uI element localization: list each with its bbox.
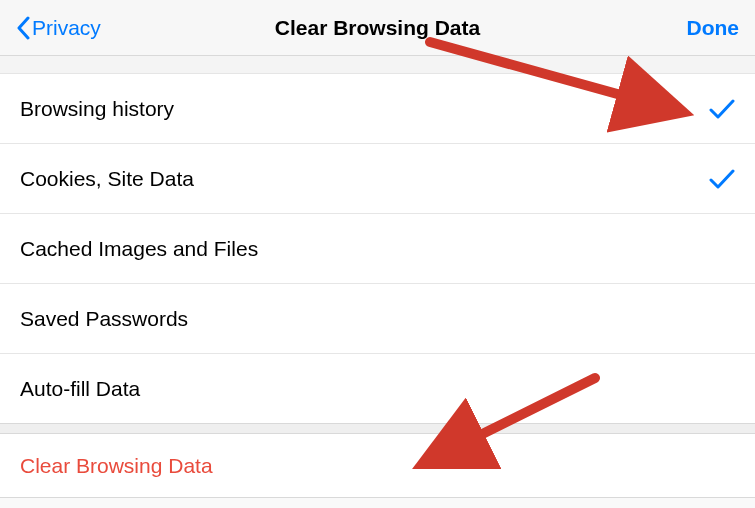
done-button[interactable]: Done [687, 16, 740, 40]
option-saved-passwords[interactable]: Saved Passwords [0, 284, 755, 354]
option-label: Auto-fill Data [20, 377, 140, 401]
back-label: Privacy [32, 16, 101, 40]
option-label: Browsing history [20, 97, 174, 121]
option-cookies[interactable]: Cookies, Site Data [0, 144, 755, 214]
checkmark-icon [709, 98, 735, 120]
option-label: Cookies, Site Data [20, 167, 194, 191]
option-label: Cached Images and Files [20, 237, 258, 261]
option-label: Saved Passwords [20, 307, 188, 331]
option-autofill[interactable]: Auto-fill Data [0, 354, 755, 424]
options-list: Browsing history Cookies, Site Data Cach… [0, 74, 755, 424]
option-browsing-history[interactable]: Browsing history [0, 74, 755, 144]
clear-browsing-data-button[interactable]: Clear Browsing Data [0, 434, 755, 498]
section-spacer [0, 56, 755, 74]
nav-header: Privacy Clear Browsing Data Done [0, 0, 755, 56]
checkmark-icon [709, 168, 735, 190]
back-button[interactable]: Privacy [16, 16, 101, 40]
page-title: Clear Browsing Data [0, 16, 755, 40]
chevron-left-icon [16, 16, 30, 40]
option-cached-images[interactable]: Cached Images and Files [0, 214, 755, 284]
section-spacer [0, 424, 755, 434]
action-label: Clear Browsing Data [20, 454, 213, 478]
